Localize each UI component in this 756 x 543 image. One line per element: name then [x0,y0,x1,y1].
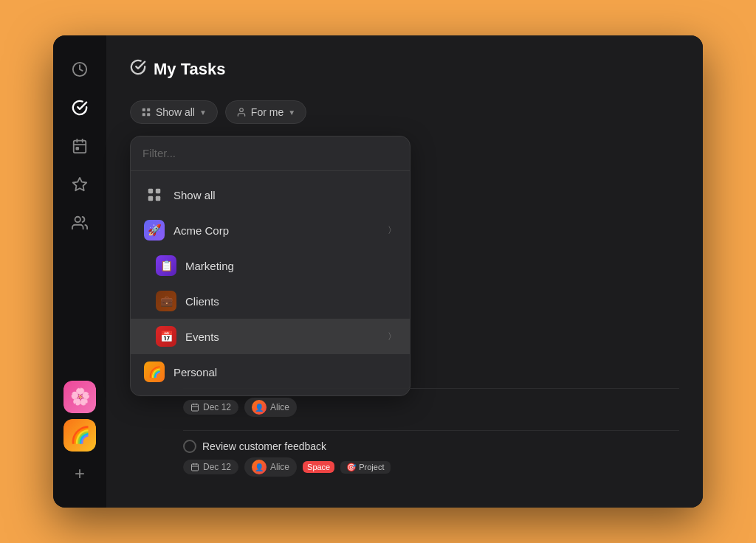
show-all-icon [144,184,165,205]
sidebar-add-button[interactable]: + [63,457,96,490]
task-2-assignee-badge: 👤 Alice [244,457,297,477]
task-2-checkbox[interactable] [183,440,196,453]
task-2-assignee: Alice [270,462,289,472]
dropdown-item-events[interactable]: 📅 Events 〉 [131,319,410,354]
svg-rect-13 [148,189,153,193]
show-all-item-label: Show all [173,189,396,201]
filter-bar: Show all ▼ For me ▼ [130,100,679,124]
acme-corp-label: Acme Corp [173,224,379,237]
events-label: Events [185,331,379,343]
svg-point-7 [75,217,80,222]
task-2-meta: Dec 12 👤 Alice Space 🎯 Project [183,457,679,477]
dropdown-item-clients[interactable]: 💼 Clients [131,283,410,319]
page-title: My Tasks [154,60,225,79]
dropdown-item-personal[interactable]: 🌈 Personal [131,354,410,390]
show-all-chevron: ▼ [199,108,207,117]
main-content: My Tasks Show all ▼ For me ▼ [106,35,703,508]
clients-icon: 💼 [156,291,176,311]
task-2-space: Space [307,463,330,471]
sidebar-item-cherry-app[interactable]: 🌸 [63,381,96,413]
personal-icon: 🌈 [144,362,165,382]
dropdown-item-show-all[interactable]: Show all [131,177,410,212]
rainbow-app-icon: 🌈 [63,419,96,452]
table-row: Dec 12 👤 Alice [183,388,679,430]
alice-avatar-1: 👤 [252,400,267,415]
svg-rect-9 [147,108,150,111]
svg-rect-21 [192,464,199,471]
svg-rect-15 [148,196,153,201]
app-window: 🌸 🌈 + My Tasks [53,35,703,508]
sidebar-item-clock[interactable] [63,53,96,86]
svg-rect-5 [76,148,78,150]
marketing-label: Marketing [185,260,396,272]
svg-rect-14 [156,189,160,193]
svg-rect-17 [192,404,199,411]
calendar-icon-2 [190,463,199,471]
for-me-filter-button[interactable]: For me ▼ [225,100,306,124]
task-1-assignee: Alice [270,402,289,412]
task-2-project-badge: 🎯 Project [340,461,390,474]
clients-label: Clients [185,295,396,308]
svg-point-12 [239,108,243,112]
dropdown-item-marketing[interactable]: 📋 Marketing [131,248,410,283]
svg-rect-8 [142,108,145,111]
show-all-label: Show all [156,106,195,118]
show-all-filter-button[interactable]: Show all ▼ [130,100,218,124]
task-2-title-row: Review customer feedback [183,440,679,453]
task-1-date-badge: Dec 12 [183,400,238,415]
task-2-space-badge: Space [303,461,334,473]
task-2-date: Dec 12 [203,462,231,472]
filter-input[interactable] [142,147,398,159]
dropdown-search-area [131,136,410,171]
svg-rect-16 [156,196,160,201]
filter-dropdown: Show all 🚀 Acme Corp 〉 📋 Marketing 💼 Cli… [130,136,410,396]
task-2-project: Project [359,463,384,471]
svg-rect-11 [147,113,150,116]
task-2-title: Review customer feedback [202,440,326,452]
page-header-icon [130,59,146,80]
acme-corp-chevron: 〉 [388,224,396,237]
for-me-label: For me [251,106,284,118]
alice-avatar-2: 👤 [252,460,267,474]
cherry-app-icon: 🌸 [63,381,96,413]
dropdown-item-acme-corp[interactable]: 🚀 Acme Corp 〉 [131,212,410,248]
sidebar-item-calendar[interactable] [63,130,96,162]
dropdown-list: Show all 🚀 Acme Corp 〉 📋 Marketing 💼 Cli… [131,171,410,395]
sidebar-item-tasks[interactable] [63,91,96,124]
sidebar: 🌸 🌈 + [53,35,106,508]
personal-label: Personal [173,366,396,378]
table-row: Review customer feedback Dec 12 👤 [183,430,679,490]
svg-rect-10 [142,113,145,116]
svg-rect-1 [74,141,86,153]
task-1-date: Dec 12 [203,402,231,412]
svg-marker-6 [73,178,86,190]
task-1-assignee-badge: 👤 Alice [244,398,297,417]
sidebar-item-people[interactable] [63,207,96,239]
page-header: My Tasks [130,59,679,80]
marketing-icon: 📋 [156,255,176,276]
task-list: Dec 12 👤 Alice Review customer feedback [183,388,679,490]
task-2-date-badge: Dec 12 [183,460,238,474]
grid-icon [141,107,151,117]
for-me-chevron: ▼ [288,108,295,117]
sidebar-item-rainbow-app[interactable]: 🌈 [63,419,96,452]
sidebar-item-star[interactable] [63,168,96,201]
calendar-icon [190,403,199,412]
person-icon [236,107,247,117]
task-1-meta: Dec 12 👤 Alice [183,398,679,417]
acme-corp-icon: 🚀 [144,220,165,241]
events-chevron: 〉 [388,331,396,343]
events-icon: 📅 [156,326,176,347]
